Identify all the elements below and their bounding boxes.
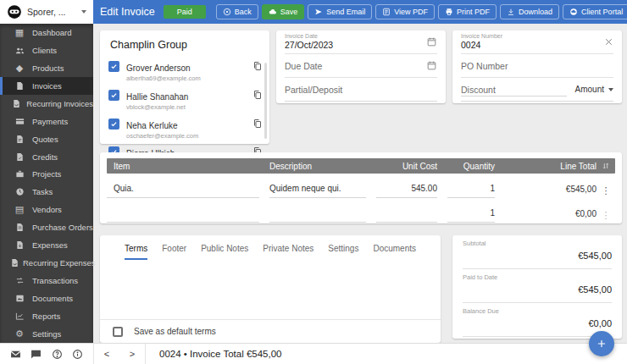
description-input[interactable] [269,218,366,223]
calendar-icon[interactable] [426,36,437,47]
contact-row: Neha Kerluke oschaefer@example.com [100,114,269,143]
payments-icon [10,117,29,126]
invoice-number-panel: Invoice Number 0024 PO Number Discount A… [452,30,622,103]
terms-textarea[interactable] [100,260,441,302]
contact-email: vblock@example.net [126,103,246,112]
tab-private-notes[interactable]: Private Notes [263,244,314,260]
quantity-input[interactable]: 1 [447,208,495,223]
contact-checkbox[interactable] [108,90,119,101]
subtotal-label: Subtotal [463,240,612,247]
contact-checkbox[interactable] [108,119,119,130]
sidebar-item-tasks[interactable]: Tasks [0,183,93,201]
app-header: Edit Invoice Paid Back Save Send Email V… [93,0,627,24]
save-button[interactable]: Save [262,4,305,19]
sidebar-item-documents[interactable]: Documents [0,290,93,307]
item-input[interactable] [107,218,259,223]
download-button[interactable]: Download [500,4,559,19]
col-unit-cost: Unit Cost [376,162,437,171]
po-number-field[interactable]: PO Number [461,54,613,78]
add-button[interactable] [589,331,614,356]
col-item: Item [107,162,259,171]
tab-terms[interactable]: Terms [125,244,147,260]
print-pdf-button[interactable]: Print PDF [438,4,497,19]
sidebar-item-expenses[interactable]: Expenses [0,236,93,254]
sidebar-item-recurring-invoices[interactable]: Recurring Invoices [0,95,93,113]
tab-documents[interactable]: Documents [373,244,416,260]
sidebar-item-clients[interactable]: Clients [0,41,93,59]
notes-panel: Terms Footer Public Notes Private Notes … [100,235,441,343]
vendors-icon: ▤ [10,205,29,214]
sidebar-item-reports[interactable]: Reports [0,307,93,325]
contact-checkbox[interactable] [108,61,119,72]
history-forward-button[interactable]: > [119,349,145,359]
send-email-button[interactable]: Send Email [308,4,372,19]
sidebar-item-settings[interactable]: ⚙ Settings [0,325,93,343]
sidebar-item-dashboard[interactable]: ▦ Dashboard [0,24,93,41]
unit-cost-input[interactable]: 545.00 [376,184,437,198]
row-menu-icon[interactable]: ⋮ [596,186,615,198]
paid-to-date-row: Paid to Date €545,00 [463,269,612,303]
copy-icon[interactable] [252,61,263,71]
quantity-input[interactable]: 1 [447,184,495,198]
sidebar-item-quotes[interactable]: Quotes [0,130,93,148]
sidebar-item-recurring-expenses[interactable]: Recurring Expenses [0,254,93,272]
products-icon: ◆ [10,63,29,73]
tab-footer[interactable]: Footer [162,244,186,260]
subtotal-row: Subtotal €545,00 [463,235,612,269]
invoice-date-field[interactable]: Invoice Date 27/Oct/2023 [285,30,437,54]
transactions-icon [10,276,29,285]
help-icon[interactable] [52,349,63,360]
sidebar-item-vendors[interactable]: ▤ Vendors [0,201,93,218]
client-portal-button[interactable]: Client Portal [563,4,627,19]
history-back-button[interactable]: < [94,349,119,359]
printer-icon [445,8,453,16]
contacts-scrollbar[interactable] [264,63,267,139]
description-input[interactable]: Quidem neque qui. [269,184,366,198]
sidebar-item-products[interactable]: ◆ Products [0,59,93,77]
contact-row: Hallie Shanahan vblock@example.net [100,85,269,114]
sidebar-item-projects[interactable]: Projects [0,166,93,184]
copy-icon[interactable] [252,119,263,129]
tab-public-notes[interactable]: Public Notes [201,244,248,260]
col-quantity: Quantity [447,162,495,171]
discount-type-select[interactable]: Amount [575,85,613,94]
clear-icon[interactable] [604,37,613,47]
forum-chat-icon[interactable] [31,349,42,360]
reports-icon [10,312,29,321]
partial-deposit-field[interactable]: Partial/Deposit [285,78,437,102]
sidebar-item-credits[interactable]: Credits [0,148,93,166]
dashboard-icon: ▦ [10,28,29,37]
documents-icon [10,294,29,303]
sidebar-nav: ▦ Dashboard Clients ◆ Products Invoices … [0,24,93,343]
company-selector[interactable]: Sporer, ... [0,0,93,24]
due-date-field[interactable]: Due Date [285,54,437,78]
contact-mail-icon[interactable] [10,349,21,360]
calendar-icon[interactable] [426,60,437,71]
save-default-terms-checkbox[interactable] [113,327,123,337]
sort-icon[interactable] [596,162,615,170]
contact-email: albertha69@example.com [126,74,246,83]
unit-cost-input[interactable] [376,218,437,223]
settings-gear-icon: ⚙ [10,329,29,339]
row-menu-icon[interactable]: ⋮ [596,211,615,223]
client-name[interactable]: Champlin Group [100,30,269,57]
copy-icon[interactable] [252,90,263,100]
info-icon[interactable] [72,349,83,360]
discount-field[interactable]: Discount Amount [461,78,613,102]
notes-tabs: Terms Footer Public Notes Private Notes … [100,235,441,260]
paid-to-date-value: €545,00 [463,284,612,295]
col-description: Description [269,162,366,171]
sidebar-item-transactions[interactable]: Transactions [0,272,93,290]
back-button[interactable]: Back [216,4,258,19]
sidebar-item-purchase-orders[interactable]: Purchase Orders [0,218,93,236]
sidebar-item-payments[interactable]: Payments [0,113,93,130]
sidebar-item-invoices[interactable]: Invoices [0,77,93,95]
line-item-row: Quia. Quidem neque qui. 545.00 1 €545,00… [107,176,615,198]
view-pdf-button[interactable]: View PDF [375,4,435,19]
due-date-placeholder: Due Date [285,61,426,71]
invoice-number-value: 0024 [461,40,604,51]
invoice-date-value: 27/Oct/2023 [285,40,426,51]
tab-settings[interactable]: Settings [328,244,358,260]
item-input[interactable]: Quia. [107,184,259,198]
invoice-number-field[interactable]: Invoice Number 0024 [461,30,613,54]
